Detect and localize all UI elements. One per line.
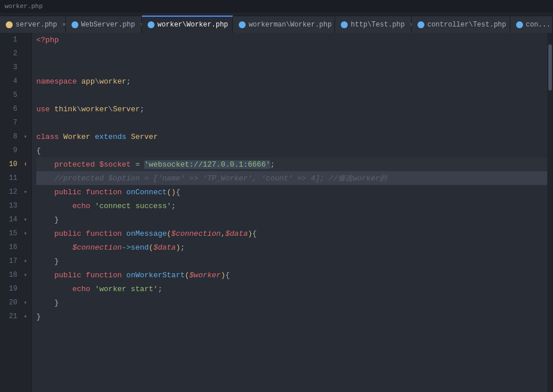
- tab-icon-workerman: [239, 21, 246, 28]
- code-line-8: class Worker extends Server: [36, 130, 547, 144]
- code-line-17: }: [36, 254, 547, 268]
- line-num-18: 18: [0, 271, 22, 279]
- tab-bar: server.php × WebServer.php × worker\Work…: [0, 13, 553, 33]
- tab-label-con: con...: [526, 21, 551, 29]
- gutter-row-17: 17 ▾: [0, 254, 31, 268]
- tab-label-controllertest: controller\Test.php: [427, 21, 506, 29]
- tab-icon-controllertest: [417, 21, 424, 28]
- tab-label-webserver: WebServer.php: [81, 21, 136, 29]
- code-line-12: public function onConnect () {: [36, 185, 547, 199]
- code-line-19: echo 'worker start' ;: [36, 282, 547, 296]
- gutter-row-14: 14 ▾: [0, 213, 31, 227]
- gutter-row-8: 8 ▾: [0, 130, 31, 144]
- line-num-2: 2: [0, 50, 22, 58]
- tab-label-worker: worker\Worker.php: [157, 21, 228, 29]
- tab-label-workerman: workerman\Worker.php: [249, 21, 332, 29]
- line-num-3: 3: [0, 63, 22, 71]
- tab-controllertest[interactable]: controller\Test.php ×: [412, 16, 510, 33]
- code-editor[interactable]: <?php namespace app \ worker ; use think…: [32, 33, 547, 392]
- gutter-row-9: 9: [0, 144, 31, 157]
- gutter-row-18: 18 ▾: [0, 268, 31, 282]
- code-line-18: public function onWorkerStart ( $worker …: [36, 268, 547, 282]
- code-line-4: namespace app \ worker ;: [36, 74, 547, 88]
- tab-label-server: server.php: [16, 21, 57, 29]
- line-num-16: 16: [0, 243, 22, 251]
- gutter-row-20: 20 ▾: [0, 296, 31, 310]
- gutter-row-12: 12 ▾: [0, 185, 31, 199]
- gutter-row-16: 16: [0, 240, 31, 254]
- line-num-8: 8: [0, 133, 22, 141]
- gutter-row-11: 11: [0, 171, 31, 185]
- gutter-row-13: 13: [0, 199, 31, 213]
- code-line-2: [36, 47, 547, 61]
- code-line-16: $connection -> send ( $data ) ;: [36, 240, 547, 254]
- line-num-13: 13: [0, 202, 22, 210]
- title-bar: worker.php: [0, 0, 553, 13]
- php-open-tag: <?php: [36, 36, 59, 44]
- tab-httptest[interactable]: http\Test.php ×: [335, 16, 412, 33]
- code-line-21: }: [36, 310, 547, 323]
- tab-webserver[interactable]: WebServer.php ×: [66, 16, 142, 33]
- scrollbar-thumb[interactable]: [548, 44, 552, 91]
- scrollbar-track[interactable]: [547, 33, 553, 392]
- code-line-5: [36, 88, 547, 102]
- line-num-1: 1: [0, 36, 22, 44]
- tab-icon-server: [6, 21, 13, 28]
- code-line-1: <?php: [36, 33, 547, 47]
- code-line-15: public function onMessage ( $connection …: [36, 227, 547, 240]
- line-num-21: 21: [0, 312, 22, 321]
- gutter-row-10: 10 ⬆: [0, 157, 31, 171]
- code-line-14: }: [36, 213, 547, 227]
- tab-con[interactable]: con...: [510, 16, 553, 33]
- tab-icon-webserver: [72, 21, 78, 28]
- tab-icon-con: [516, 21, 523, 28]
- line-num-5: 5: [0, 91, 22, 99]
- line-num-12: 12: [0, 188, 22, 196]
- code-line-11: //protected $option = ['name' => 'TP_Wor…: [36, 171, 547, 185]
- line-num-14: 14: [0, 216, 22, 224]
- gutter-row-3: 3: [0, 61, 31, 74]
- line-num-15: 15: [0, 229, 22, 238]
- code-line-20: }: [36, 296, 547, 310]
- gutter-row-5: 5: [0, 88, 31, 102]
- code-line-13: echo 'connect success' ;: [36, 199, 547, 213]
- gutter-row-7: 7: [0, 116, 31, 130]
- line-num-4: 4: [0, 77, 22, 85]
- gutter-row-19: 19: [0, 282, 31, 296]
- code-line-7: [36, 116, 547, 130]
- line-gutter: 1 2 3 4 5 6 7: [0, 33, 32, 392]
- line-num-10: 10: [0, 160, 22, 168]
- line-num-11: 11: [0, 174, 22, 182]
- line-num-6: 6: [0, 105, 22, 113]
- line-num-20: 20: [0, 299, 22, 307]
- gutter-row-1: 1: [0, 33, 31, 47]
- gutter-row-21: 21 ▾: [0, 310, 31, 323]
- title-text: worker.php: [5, 3, 43, 10]
- line-num-9: 9: [0, 146, 22, 154]
- gutter-row-2: 2: [0, 47, 31, 61]
- line-num-19: 19: [0, 285, 22, 293]
- line-num-17: 17: [0, 257, 22, 265]
- code-line-3: [36, 61, 547, 74]
- tab-workerman[interactable]: workerman\Worker.php ×: [233, 16, 335, 33]
- gutter-row-6: 6: [0, 102, 31, 116]
- tab-icon-httptest: [341, 21, 348, 28]
- editor-area: 1 2 3 4 5 6 7: [0, 33, 553, 392]
- line-num-7: 7: [0, 119, 22, 127]
- code-line-6: use think \ worker \ Server ;: [36, 102, 547, 116]
- tab-label-httptest: http\Test.php: [351, 21, 405, 29]
- gutter-row-4: 4: [0, 74, 31, 88]
- tab-icon-worker: [148, 21, 155, 28]
- tab-worker[interactable]: worker\Worker.php ×: [142, 16, 233, 33]
- code-line-10: protected $socket = 'websocket://127.0.0…: [36, 157, 547, 171]
- gutter-row-15: 15 ▾: [0, 227, 31, 240]
- tab-server[interactable]: server.php ×: [0, 16, 66, 33]
- code-line-9: {: [36, 144, 547, 157]
